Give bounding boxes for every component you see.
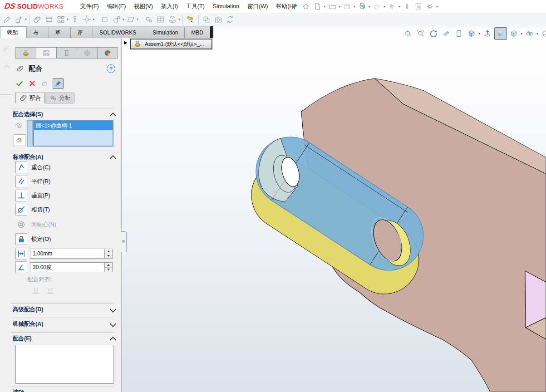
menu-item[interactable]: 插入(I)	[157, 0, 182, 13]
previous-view-icon[interactable]	[428, 28, 439, 39]
zoom-area-icon[interactable]	[415, 28, 427, 39]
bill-of-materials-icon[interactable]	[155, 14, 167, 25]
dropdown-caret-icon[interactable]: ▾	[178, 17, 180, 21]
motion-study-icon[interactable]	[143, 14, 155, 25]
help-icon[interactable]: ?	[107, 64, 115, 73]
parallel-mate-item[interactable]: 平行(R)	[15, 176, 50, 187]
dropdown-caret-icon[interactable]: ▾	[137, 17, 138, 21]
annotation-views-icon[interactable]	[453, 28, 465, 39]
shaded-cube-icon[interactable]	[494, 27, 507, 40]
menu-item[interactable]: 文件(F)	[76, 0, 103, 13]
edit-appearance-icon[interactable]	[540, 28, 546, 39]
smart-fasteners-icon[interactable]	[69, 14, 81, 25]
view-orientation-icon[interactable]	[466, 28, 477, 39]
distance-spinner[interactable]	[104, 249, 112, 258]
dropdown-caret-icon[interactable]: ▾	[67, 17, 69, 21]
appearances-tab-icon[interactable]	[97, 47, 118, 59]
cascade-steps-icon[interactable]	[2, 44, 12, 54]
expand-chevron-icon[interactable]	[110, 320, 116, 327]
dimxpert-tab-icon[interactable]	[77, 47, 97, 59]
command-tab[interactable]: 装配体	[0, 26, 26, 38]
options-header-clipped[interactable]: 选项	[13, 388, 49, 392]
zoom-fit-icon[interactable]	[402, 28, 414, 39]
keep-visible-pin-icon[interactable]	[53, 78, 64, 89]
menu-item[interactable]: 窗口(W)	[243, 0, 272, 13]
exploded-view-icon[interactable]	[167, 14, 178, 25]
menu-item[interactable]: 视图(V)	[130, 0, 157, 13]
component-preview-icon[interactable]	[43, 14, 55, 25]
undo-icon[interactable]	[372, 1, 382, 11]
mate-selections-header[interactable]: 配合选择(S)	[13, 111, 43, 118]
pm-subtab-analysis[interactable]: 分析	[45, 93, 74, 103]
normal-to-icon[interactable]	[482, 28, 493, 39]
featuremanager-tab-icon[interactable]	[15, 47, 36, 59]
panel-collapse-handle[interactable]	[121, 231, 127, 252]
select-cursor-icon[interactable]	[387, 1, 397, 11]
pm-subtab-mates[interactable]: 配合	[15, 93, 45, 103]
dropdown-caret-icon[interactable]: ▾	[324, 5, 325, 9]
dropdown-caret-icon[interactable]: ▾	[436, 5, 438, 9]
menu-item[interactable]: Simulation	[209, 0, 243, 13]
dropdown-caret-icon[interactable]: ▾	[369, 5, 370, 9]
cancel-icon[interactable]	[27, 78, 37, 88]
take-snapshot-icon[interactable]	[212, 14, 224, 25]
collapse-chevron-icon[interactable]	[110, 112, 116, 118]
configurationmanager-tab-icon[interactable]	[56, 47, 77, 59]
anti-aligned-icon[interactable]	[45, 286, 55, 296]
edit-component-icon[interactable]	[1, 14, 13, 25]
graphics-area[interactable]	[122, 38, 546, 392]
dropdown-caret-icon[interactable]: ▾	[398, 5, 400, 9]
assembly-features-icon[interactable]	[111, 14, 123, 25]
settings-gear-icon[interactable]	[425, 1, 435, 11]
dropdown-caret-icon[interactable]: ▾	[536, 32, 538, 36]
command-tab[interactable]: MBD	[184, 27, 210, 38]
tangent-mate-item[interactable]: 相切(T)	[15, 204, 50, 216]
undo-arrow-icon[interactable]	[40, 78, 50, 88]
update-icon[interactable]	[224, 14, 236, 25]
dropdown-caret-icon[interactable]: ▾	[521, 32, 522, 36]
dropdown-caret-icon[interactable]: ▾	[478, 32, 480, 36]
document-breadcrumb[interactable]: Assem1 (默认<<默认>_...	[130, 39, 212, 49]
mate-selection-listbox[interactable]: 面<1>@曲柄-1	[33, 120, 113, 147]
standard-mates-header[interactable]: 标准配合(A)	[13, 153, 43, 161]
advanced-mates-header[interactable]: 高级配合(D)	[13, 306, 43, 314]
distance-field[interactable]: 1.00mm	[30, 249, 113, 259]
command-tab[interactable]: 布局	[26, 27, 49, 38]
dropdown-caret-icon[interactable]: ▾	[384, 5, 385, 9]
dropdown-caret-icon[interactable]: ▾	[339, 5, 340, 9]
dropdown-caret-icon[interactable]: ▾	[93, 17, 94, 21]
interference-detection-icon[interactable]	[201, 14, 212, 25]
coincident-mate-item[interactable]: 重合(C)	[15, 162, 50, 173]
new-file-icon[interactable]	[312, 1, 322, 11]
expand-chevron-icon[interactable]	[110, 306, 116, 312]
aligned-icon[interactable]	[31, 286, 41, 296]
linear-pattern-icon[interactable]	[55, 14, 67, 25]
reference-geometry-icon[interactable]	[125, 14, 137, 25]
dropdown-caret-icon[interactable]: ▾	[25, 17, 27, 21]
open-folder-icon[interactable]	[327, 1, 337, 11]
command-tab[interactable]: SOLIDWORKS 插件	[93, 27, 146, 38]
lock-mate-item[interactable]: 锁定(O)	[15, 233, 51, 245]
multiple-mate-mode-icon[interactable]	[14, 134, 25, 146]
propertymanager-tab-icon[interactable]	[36, 47, 56, 59]
angle-field[interactable]: 30.00度	[30, 262, 113, 272]
mates-listbox[interactable]	[15, 345, 113, 384]
menu-item[interactable]: 工具(T)	[182, 0, 209, 13]
distance-value[interactable]: 1.00mm	[30, 250, 104, 257]
command-tab[interactable]: 草图	[49, 27, 71, 38]
mate-icon[interactable]	[31, 14, 43, 25]
mechanical-mates-header[interactable]: 机械配合(A)	[13, 320, 43, 328]
entities-to-mate-icon[interactable]	[14, 121, 25, 132]
angle-spinner[interactable]	[104, 263, 112, 272]
move-component-icon[interactable]	[81, 14, 93, 25]
show-hidden-components-icon[interactable]	[99, 14, 111, 25]
selected-mate-entity[interactable]: 面<1>@曲柄-1	[34, 121, 113, 130]
perpendicular-mate-item[interactable]: 垂直(P)	[15, 190, 50, 201]
flyout-expand-icon[interactable]: ▶	[124, 40, 128, 45]
collapse-chevron-icon[interactable]	[110, 336, 116, 343]
pin-icon[interactable]	[290, 1, 300, 11]
print-icon[interactable]	[357, 1, 367, 11]
touch-mode-icon[interactable]	[402, 1, 412, 11]
section-view-icon[interactable]	[440, 28, 452, 39]
display-style-icon[interactable]	[508, 28, 520, 39]
